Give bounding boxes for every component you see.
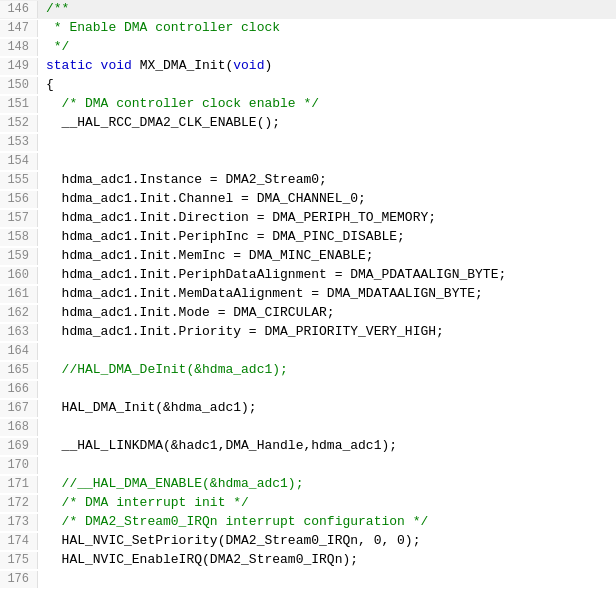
line-content <box>38 133 616 152</box>
line-number: 170 <box>0 457 38 474</box>
code-token: //HAL_DMA_DeInit(&hdma_adc1); <box>46 362 288 377</box>
line-number: 174 <box>0 533 38 550</box>
line-content: //HAL_DMA_DeInit(&hdma_adc1); <box>38 361 616 380</box>
code-token: */ <box>46 39 69 54</box>
line-content: hdma_adc1.Init.MemDataAlignment = DMA_MD… <box>38 285 616 304</box>
code-token: { <box>46 77 54 92</box>
line-content: hdma_adc1.Init.Priority = DMA_PRIORITY_V… <box>38 323 616 342</box>
code-token: hdma_adc1.Init.Channel = DMA_CHANNEL_0; <box>46 191 366 206</box>
line-content: static void MX_DMA_Init(void) <box>38 57 616 76</box>
code-line: 157 hdma_adc1.Init.Direction = DMA_PERIP… <box>0 209 616 228</box>
line-content: /* DMA2_Stream0_IRQn interrupt configura… <box>38 513 616 532</box>
code-line: 149static void MX_DMA_Init(void) <box>0 57 616 76</box>
code-token: hdma_adc1.Init.MemDataAlignment = DMA_MD… <box>46 286 483 301</box>
code-line: 153 <box>0 133 616 152</box>
code-line: 150{ <box>0 76 616 95</box>
line-number: 157 <box>0 210 38 227</box>
line-content: __HAL_RCC_DMA2_CLK_ENABLE(); <box>38 114 616 133</box>
code-token: hdma_adc1.Init.Priority = DMA_PRIORITY_V… <box>46 324 444 339</box>
code-line: 146/** <box>0 0 616 19</box>
code-line: 158 hdma_adc1.Init.PeriphInc = DMA_PINC_… <box>0 228 616 247</box>
line-content <box>38 380 616 399</box>
line-number: 161 <box>0 286 38 303</box>
code-token: HAL_NVIC_SetPriority(DMA2_Stream0_IRQn, … <box>46 533 420 548</box>
line-number: 150 <box>0 77 38 94</box>
line-content: HAL_NVIC_EnableIRQ(DMA2_Stream0_IRQn); <box>38 551 616 570</box>
code-token: hdma_adc1.Init.Direction = DMA_PERIPH_TO… <box>46 210 436 225</box>
line-number: 149 <box>0 58 38 75</box>
code-line: 147 * Enable DMA controller clock <box>0 19 616 38</box>
line-content <box>38 456 616 475</box>
code-line: 160 hdma_adc1.Init.PeriphDataAlignment =… <box>0 266 616 285</box>
code-line: 159 hdma_adc1.Init.MemInc = DMA_MINC_ENA… <box>0 247 616 266</box>
line-number: 168 <box>0 419 38 436</box>
line-number: 165 <box>0 362 38 379</box>
code-token: __HAL_LINKDMA(&hadc1,DMA_Handle,hdma_adc… <box>46 438 397 453</box>
code-line: 174 HAL_NVIC_SetPriority(DMA2_Stream0_IR… <box>0 532 616 551</box>
code-token: hdma_adc1.Init.PeriphInc = DMA_PINC_DISA… <box>46 229 405 244</box>
line-content: { <box>38 76 616 95</box>
code-line: 172 /* DMA interrupt init */ <box>0 494 616 513</box>
line-number: 166 <box>0 381 38 398</box>
code-line: 173 /* DMA2_Stream0_IRQn interrupt confi… <box>0 513 616 532</box>
code-token: HAL_DMA_Init(&hdma_adc1); <box>46 400 257 415</box>
code-line: 175 HAL_NVIC_EnableIRQ(DMA2_Stream0_IRQn… <box>0 551 616 570</box>
line-content <box>38 152 616 171</box>
line-number: 176 <box>0 571 38 588</box>
line-content <box>38 342 616 361</box>
code-line: 164 <box>0 342 616 361</box>
line-content: hdma_adc1.Init.Direction = DMA_PERIPH_TO… <box>38 209 616 228</box>
line-content: __HAL_LINKDMA(&hadc1,DMA_Handle,hdma_adc… <box>38 437 616 456</box>
line-number: 172 <box>0 495 38 512</box>
code-line: 148 */ <box>0 38 616 57</box>
line-number: 163 <box>0 324 38 341</box>
line-content: /* DMA interrupt init */ <box>38 494 616 513</box>
line-content: hdma_adc1.Init.MemInc = DMA_MINC_ENABLE; <box>38 247 616 266</box>
code-line: 152 __HAL_RCC_DMA2_CLK_ENABLE(); <box>0 114 616 133</box>
line-number: 173 <box>0 514 38 531</box>
code-token: hdma_adc1.Instance = DMA2_Stream0; <box>46 172 327 187</box>
line-content: hdma_adc1.Instance = DMA2_Stream0; <box>38 171 616 190</box>
code-editor: 146/**147 * Enable DMA controller clock1… <box>0 0 616 589</box>
line-content: /** <box>38 0 616 19</box>
code-line: 151 /* DMA controller clock enable */ <box>0 95 616 114</box>
line-content: //__HAL_DMA_ENABLE(&hdma_adc1); <box>38 475 616 494</box>
line-content: HAL_NVIC_SetPriority(DMA2_Stream0_IRQn, … <box>38 532 616 551</box>
line-number: 153 <box>0 134 38 151</box>
line-number: 152 <box>0 115 38 132</box>
line-number: 160 <box>0 267 38 284</box>
code-line: 176 <box>0 570 616 589</box>
code-line: 166 <box>0 380 616 399</box>
code-token: /* DMA controller clock enable */ <box>46 96 319 111</box>
line-number: 146 <box>0 1 38 18</box>
line-content: hdma_adc1.Init.PeriphDataAlignment = DMA… <box>38 266 616 285</box>
line-number: 148 <box>0 39 38 56</box>
line-number: 158 <box>0 229 38 246</box>
line-number: 162 <box>0 305 38 322</box>
line-content: */ <box>38 38 616 57</box>
code-line: 170 <box>0 456 616 475</box>
line-number: 147 <box>0 20 38 37</box>
code-line: 168 <box>0 418 616 437</box>
code-line: 167 HAL_DMA_Init(&hdma_adc1); <box>0 399 616 418</box>
code-token: MX_DMA_Init( <box>132 58 233 73</box>
code-token: __HAL_RCC_DMA2_CLK_ENABLE(); <box>46 115 280 130</box>
line-number: 154 <box>0 153 38 170</box>
code-line: 169 __HAL_LINKDMA(&hadc1,DMA_Handle,hdma… <box>0 437 616 456</box>
line-number: 151 <box>0 96 38 113</box>
line-content: HAL_DMA_Init(&hdma_adc1); <box>38 399 616 418</box>
line-content <box>38 570 616 589</box>
code-line: 156 hdma_adc1.Init.Channel = DMA_CHANNEL… <box>0 190 616 209</box>
line-number: 164 <box>0 343 38 360</box>
code-token: /* DMA interrupt init */ <box>46 495 249 510</box>
code-line: 154 <box>0 152 616 171</box>
code-line: 155 hdma_adc1.Instance = DMA2_Stream0; <box>0 171 616 190</box>
line-number: 175 <box>0 552 38 569</box>
code-token: void <box>101 58 132 73</box>
code-line: 162 hdma_adc1.Init.Mode = DMA_CIRCULAR; <box>0 304 616 323</box>
line-content: /* DMA controller clock enable */ <box>38 95 616 114</box>
line-content: * Enable DMA controller clock <box>38 19 616 38</box>
code-token: hdma_adc1.Init.Mode = DMA_CIRCULAR; <box>46 305 335 320</box>
line-number: 167 <box>0 400 38 417</box>
line-content: hdma_adc1.Init.Channel = DMA_CHANNEL_0; <box>38 190 616 209</box>
